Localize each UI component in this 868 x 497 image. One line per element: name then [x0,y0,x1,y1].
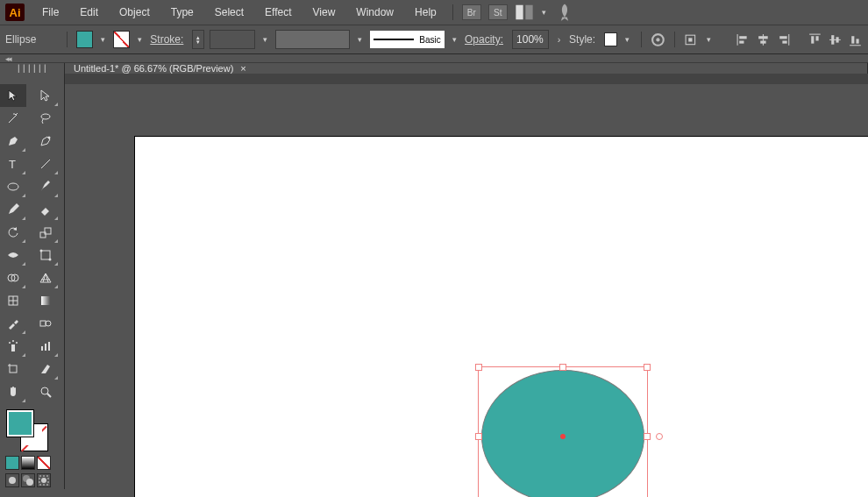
menu-effect[interactable]: Effect [256,4,300,21]
scale-tool[interactable] [32,221,59,244]
paintbrush-tool[interactable] [32,175,59,198]
eyedropper-tool[interactable] [0,312,26,335]
direct-selection-tool[interactable] [32,84,59,107]
free-transform-tool[interactable] [32,244,59,266]
svg-line-53 [47,394,51,397]
blend-tool[interactable] [32,312,59,335]
stock-button[interactable]: St [488,4,508,20]
gradient-mode-button[interactable] [21,456,35,470]
menu-window[interactable]: Window [347,4,402,21]
menu-edit[interactable]: Edit [71,4,107,21]
align-top-button[interactable] [808,32,822,47]
width-tool[interactable] [0,244,26,266]
fill-dropdown[interactable]: ▾ [98,32,108,47]
align-left-button[interactable] [736,32,751,47]
svg-rect-46 [41,346,43,351]
stroke-weight-field[interactable] [210,30,256,49]
svg-rect-19 [832,35,835,45]
arrange-documents-button[interactable] [515,4,534,20]
line-tool[interactable] [32,153,59,175]
mesh-tool[interactable] [0,289,26,312]
draw-normal-button[interactable] [5,473,19,487]
slice-tool[interactable] [32,358,59,380]
opacity-label[interactable]: Opacity: [465,33,503,46]
shape-builder-tool[interactable] [0,266,26,289]
stroke-weight-dropdown[interactable]: ▾ [260,32,270,47]
ellipse-tool[interactable] [0,175,26,198]
bridge-button[interactable]: Br [462,4,481,20]
stroke-label[interactable]: Stroke: [150,33,183,46]
variable-width-dropdown[interactable]: ▾ [355,32,365,47]
brush-definition[interactable]: Basic [370,31,445,48]
pen-tool[interactable] [0,130,26,153]
style-swatch[interactable] [604,32,617,46]
svg-rect-10 [758,36,768,39]
opacity-field[interactable]: 100% [512,30,549,49]
align-to-dropdown[interactable]: ▾ [704,32,714,47]
column-graph-tool[interactable] [32,335,59,358]
selection-icon [6,89,20,103]
resize-handle-r[interactable] [644,433,651,440]
selection-tool[interactable] [0,84,26,107]
color-mode-button[interactable] [5,456,19,470]
panel-collapse-handle[interactable]: ◂◂ [0,54,868,63]
grip-icon: ┃┃┃┃┃┃ [17,65,48,73]
fill-proxy[interactable] [7,410,33,437]
document-tab-title: Untitled-1* @ 66.67% (RGB/Preview) [74,63,233,74]
canvas[interactable] [65,84,868,497]
none-mode-button[interactable] [37,456,51,470]
stroke-swatch[interactable] [113,31,130,48]
gpu-preview-button[interactable] [555,4,574,20]
align-to-button[interactable] [684,32,699,47]
curvature-tool[interactable] [32,130,59,153]
magic-wand-tool[interactable] [0,107,26,130]
resize-handle-tl[interactable] [475,364,482,371]
rotate-tool[interactable] [0,221,26,244]
symbol-sprayer-tool[interactable] [0,335,26,358]
menu-view[interactable]: View [304,4,345,21]
brush-dropdown[interactable]: ▾ [450,32,459,47]
resize-handle-l[interactable] [475,433,482,440]
zoom-tool[interactable] [32,380,59,403]
document-tab[interactable]: Untitled-1* @ 66.67% (RGB/Preview) × [65,63,868,74]
draw-behind-button[interactable] [21,473,35,487]
hand-tool[interactable] [0,380,26,403]
menu-select[interactable]: Select [206,4,253,21]
align-right-button[interactable] [776,32,791,47]
menu-object[interactable]: Object [110,4,159,21]
close-tab-button[interactable]: × [240,63,245,74]
style-dropdown[interactable]: ▾ [623,32,632,47]
resize-handle-t[interactable] [559,364,566,371]
variable-width-profile[interactable] [275,30,349,49]
toolbox-grip[interactable]: ┃┃┃┃┃┃ [0,63,64,74]
selection-bounding-box[interactable] [478,366,648,497]
align-vcenter-button[interactable] [828,32,843,47]
menu-type[interactable]: Type [162,4,203,21]
draw-inside-button[interactable] [37,473,51,487]
artboard-tool[interactable] [0,358,26,380]
resize-handle-tr[interactable] [644,364,651,371]
align-bottom-button[interactable] [848,32,863,47]
opacity-dropdown[interactable]: › [554,32,564,47]
align-hcenter-icon [756,32,771,47]
svg-rect-31 [41,251,50,259]
pencil-tool[interactable] [0,198,26,221]
recolor-artwork-button[interactable] [651,32,665,47]
lasso-tool[interactable] [32,107,59,130]
align-hcenter-button[interactable] [756,32,771,47]
stroke-swatch-dropdown[interactable]: ▾ [135,32,145,47]
eraser-tool[interactable] [32,198,59,221]
live-shape-handle[interactable] [656,433,663,440]
menu-help[interactable]: Help [406,4,445,21]
stroke-weight-input[interactable]: ▴▾ [192,30,203,49]
gradient-tool[interactable] [32,289,59,312]
fill-stroke-proxy[interactable] [7,410,47,451]
type-tool[interactable]: T [0,153,26,175]
arrange-dropdown[interactable]: ▾ [539,4,550,20]
menu-file[interactable]: File [33,4,68,21]
eyedropper-icon [6,316,20,330]
fill-swatch[interactable] [76,31,93,48]
center-point[interactable] [560,434,566,439]
perspective-grid-tool[interactable] [32,266,59,289]
style-label: Style: [569,33,595,46]
